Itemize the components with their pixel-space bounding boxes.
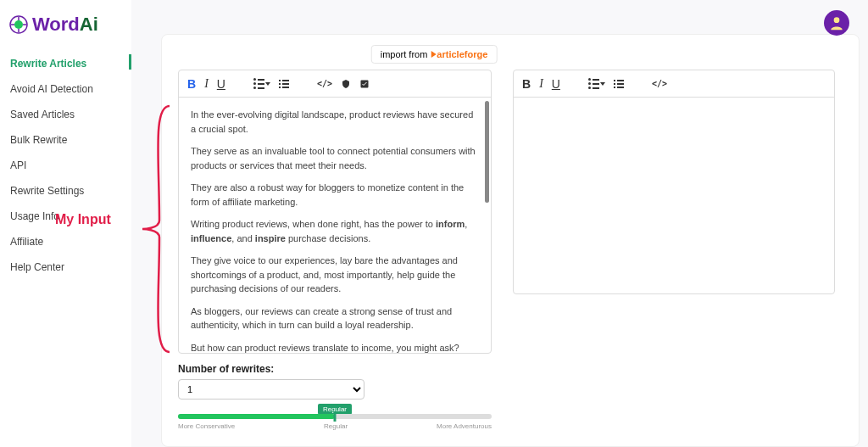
nav-item-rewrite-articles[interactable]: Rewrite Articles (0, 51, 131, 76)
slider-label-right: More Adventurous (437, 422, 492, 430)
slider-label-mid: Regular (324, 422, 348, 430)
code-button[interactable] (317, 79, 332, 88)
protected-button[interactable] (341, 79, 351, 89)
slider-track[interactable] (178, 414, 492, 419)
input-paragraph: They are also a robust way for bloggers … (191, 181, 479, 209)
input-paragraph: As bloggers, our reviews can create a st… (191, 305, 479, 332)
input-paragraph: They give voice to our experiences, lay … (191, 254, 479, 296)
nav-item-affiliate[interactable]: Affiliate (0, 229, 131, 254)
nav-item-help-center[interactable]: Help Center (0, 254, 131, 280)
rewrites-label: Number of rewrites: (178, 363, 274, 375)
scrollbar[interactable] (485, 101, 489, 203)
input-textarea[interactable]: In the ever-evolving digital landscape, … (179, 98, 491, 353)
sidebar: WordAi Rewrite ArticlesAvoid AI Detectio… (0, 0, 131, 447)
italic-button[interactable]: I (204, 77, 209, 91)
input-toolbar: B I U (179, 70, 491, 98)
nav-item-saved-articles[interactable]: Saved Articles (0, 102, 131, 127)
bold-button[interactable]: B (187, 77, 196, 91)
user-icon (828, 14, 845, 31)
underline-button[interactable]: U (217, 77, 225, 91)
code-button[interactable] (652, 79, 667, 88)
nav-item-bulk-rewrite[interactable]: Bulk Rewrite (0, 127, 131, 153)
avatar[interactable] (824, 10, 849, 36)
slider-thumb[interactable] (334, 411, 337, 422)
input-editor: B I U In the ever-evolving digital lands… (178, 70, 492, 354)
output-toolbar: B I U (514, 70, 834, 98)
import-button-prefix: import from (381, 49, 428, 59)
import-from-articleforge-button[interactable]: import from articleforge (371, 45, 498, 64)
logo-text: WordAi (32, 14, 98, 36)
output-textarea[interactable] (514, 98, 834, 293)
underline-button[interactable]: U (552, 77, 560, 91)
logo-icon (8, 14, 29, 35)
creativity-slider[interactable]: Regular More Conservative Regular More A… (178, 414, 492, 430)
bold-button[interactable]: B (522, 77, 531, 91)
bullet-list-button[interactable] (588, 78, 605, 89)
numbered-list-button[interactable] (614, 80, 624, 88)
italic-button[interactable]: I (539, 77, 543, 91)
slider-label-left: More Conservative (178, 422, 235, 430)
input-paragraph: Writing product reviews, when done right… (191, 217, 479, 245)
slider-labels: More Conservative Regular More Adventuro… (178, 422, 492, 430)
svg-point-1 (14, 20, 23, 29)
articleforge-logo: articleforge (431, 49, 487, 59)
input-paragraph: They serve as an invaluable tool to conn… (191, 144, 479, 172)
nav-item-api[interactable]: API (0, 153, 131, 178)
logo: WordAi (0, 7, 131, 51)
nav-item-rewrite-settings[interactable]: Rewrite Settings (0, 178, 131, 204)
check-button[interactable] (359, 79, 370, 89)
bullet-list-button[interactable] (253, 78, 270, 89)
nav-item-avoid-ai-detection[interactable]: Avoid AI Detection (0, 76, 131, 102)
nav-item-usage-info[interactable]: Usage Info (0, 204, 131, 229)
slider-fill (178, 414, 335, 419)
output-editor: B I U (513, 70, 835, 294)
input-paragraph: But how can product reviews translate to… (191, 341, 479, 354)
rewrites-select[interactable]: 1 (178, 379, 364, 400)
input-paragraph: In the ever-evolving digital landscape, … (191, 108, 479, 136)
numbered-list-button[interactable] (279, 80, 289, 88)
svg-point-2 (834, 17, 840, 23)
